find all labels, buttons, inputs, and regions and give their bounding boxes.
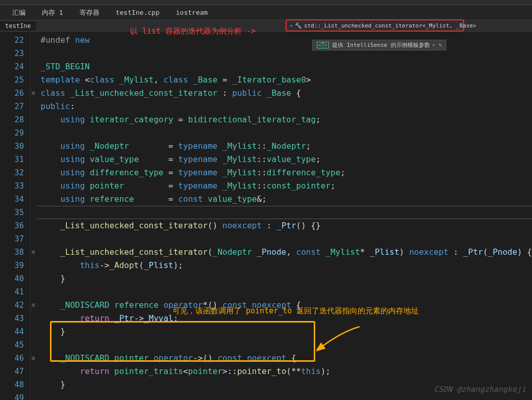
intellisense-text: 提供 IntelliSense 的示例模板参数: [332, 41, 430, 49]
line-number-gutter: 22232425 26272829 30313233 34353637 3839…: [0, 32, 31, 400]
dropdown-icon: ▾: [290, 23, 293, 29]
annotation-orange: 可见，该函数调用了 pointer_to 返回了迭代器指向的元素的内存地址: [172, 306, 419, 316]
fold-icon[interactable]: ⊟: [31, 246, 37, 259]
fold-icon[interactable]: ⊟: [31, 299, 37, 312]
tab-memory[interactable]: 内存 1: [34, 5, 71, 20]
fold-column: ⊟ ⊟ ⊟ ⊟: [31, 32, 37, 400]
tab-registers[interactable]: 寄存器: [71, 5, 108, 20]
wrench-icon: 🔧: [295, 22, 302, 29]
scope-breadcrumb[interactable]: ▾ 🔧 std::_List_unchecked_const_iterator<…: [286, 19, 464, 32]
file-tab-testine[interactable]: testIne: [0, 21, 36, 31]
intellisense-hint[interactable]: <T> 提供 IntelliSense 的示例模板参数 ▾ ✎: [312, 40, 446, 50]
fold-icon[interactable]: ⊟: [31, 352, 37, 365]
fold-icon[interactable]: ⊟: [31, 87, 37, 100]
breadcrumb-text: std::_List_unchecked_const_iterator<_Myl…: [304, 22, 476, 29]
code-area[interactable]: #undef new _STD_BEGIN template <class _M…: [37, 32, 532, 400]
chevron-down-icon[interactable]: ▾: [432, 42, 436, 48]
tab-iostream[interactable]: iostream: [168, 6, 216, 19]
tab-testine-cpp[interactable]: testIne.cpp: [108, 6, 168, 19]
tab-asm[interactable]: 汇编: [4, 5, 34, 20]
annotation-red: 以 list 容器的迭代器为例分析 ->: [130, 26, 256, 36]
tab-bar: 汇编 内存 1 寄存器 testIne.cpp iostream: [0, 5, 532, 20]
watermark: CSDN @zhangzhangkeji: [434, 385, 526, 394]
template-tag-icon: <T>: [317, 42, 329, 48]
pencil-icon[interactable]: ✎: [438, 42, 442, 48]
arrow-annotation: [316, 324, 362, 355]
breadcrumb-bar: testIne ▾ 🔧 std::_List_unchecked_const_i…: [0, 20, 532, 32]
title-bar: [0, 0, 532, 5]
editor: 22232425 26272829 30313233 34353637 3839…: [0, 32, 532, 400]
